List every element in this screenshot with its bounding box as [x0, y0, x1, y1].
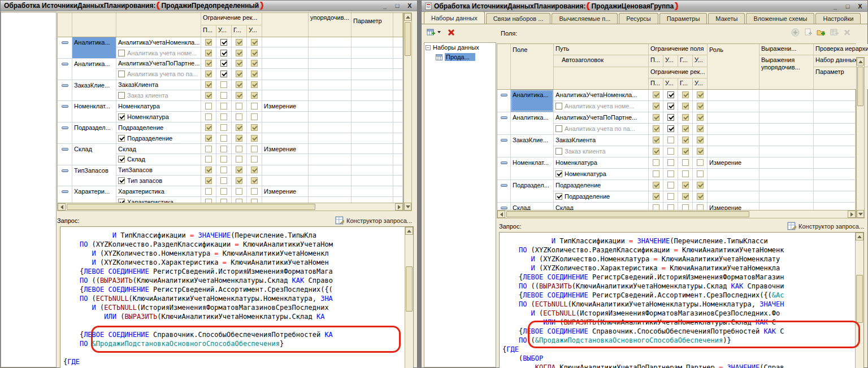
empty-cell[interactable]: [393, 69, 403, 79]
restriction-checkbox[interactable]: [251, 60, 258, 67]
field-main-row[interactable]: Подразделение: [116, 122, 403, 133]
restriction-checkbox[interactable]: [697, 91, 704, 98]
empty-cell[interactable]: [351, 186, 393, 196]
close-button[interactable]: X: [406, 2, 414, 9]
restriction-checkbox[interactable]: [205, 199, 212, 203]
col-restriction-group[interactable]: Ограничение рек...: [201, 13, 262, 25]
role-cell[interactable]: [708, 191, 760, 203]
field-group[interactable]: Аналитика...АналитикаУчетаПоПартне...Ана…: [497, 112, 856, 135]
restriction-checkbox[interactable]: [236, 199, 242, 203]
restriction-checkbox[interactable]: [236, 146, 242, 152]
titlebar[interactable]: Обработка ИсточникиДанныхПланирования: П…: [1, 1, 417, 11]
empty-cell[interactable]: [351, 90, 393, 100]
restriction-checkbox[interactable]: [205, 135, 212, 142]
restriction-checkbox[interactable]: [236, 135, 242, 142]
fields-table[interactable]: Аналитика...АналитикаУчетаНоменкла...Ана…: [57, 37, 403, 203]
restriction-checkbox[interactable]: [653, 91, 659, 98]
restriction-checkbox[interactable]: [205, 50, 212, 56]
field-group[interactable]: ЗаказКлие...ЗаказКлиентаЗаказ клиента: [58, 80, 403, 102]
field-main-row[interactable]: ХарактеристикаИзмерение: [116, 186, 403, 196]
restriction-checkbox[interactable]: [667, 148, 674, 155]
field-group[interactable]: СкладСкладИзмерениеСклад: [58, 144, 403, 165]
restriction-checkbox[interactable]: [667, 159, 674, 166]
field-name-cell[interactable]: ТипЗапасов: [72, 165, 116, 186]
empty-cell[interactable]: [814, 180, 856, 191]
maximize-button[interactable]: □: [844, 3, 852, 10]
restriction-checkbox[interactable]: [653, 148, 659, 155]
empty-cell[interactable]: [351, 101, 393, 111]
restriction-checkbox[interactable]: [220, 71, 227, 77]
restriction-checkbox[interactable]: [682, 103, 689, 109]
attribute-sub-row[interactable]: Подразделение: [554, 191, 856, 203]
datasets-tree-panel[interactable]: [1, 12, 57, 367]
restriction-checkbox[interactable]: [682, 91, 689, 98]
use-checkbox[interactable]: [118, 113, 125, 120]
col-autoheader[interactable]: Автозаголовок: [554, 55, 649, 67]
field-group[interactable]: Номенклат...НоменклатураИзмерениеНоменкл…: [58, 101, 403, 122]
empty-cell[interactable]: [393, 186, 403, 196]
restriction-checkbox[interactable]: [682, 125, 689, 132]
attribute-sub-row[interactable]: Аналитика учета номе...: [116, 47, 403, 58]
role-cell[interactable]: [708, 135, 760, 146]
empty-cell[interactable]: [393, 122, 403, 132]
empty-cell[interactable]: [814, 101, 856, 112]
restriction-checkbox[interactable]: [251, 146, 258, 152]
titlebar[interactable]: Обработка ИсточникиДанныхПланирования: П…: [422, 1, 867, 12]
restriction-checkbox[interactable]: [697, 114, 704, 121]
tree-item-datasets-root[interactable]: − Наборы данных: [424, 43, 496, 52]
restriction-checkbox[interactable]: [653, 103, 659, 109]
empty-cell[interactable]: [760, 124, 814, 135]
add-dataset-button[interactable]: [426, 28, 435, 37]
empty-cell[interactable]: [309, 112, 351, 122]
vscroll-thumb[interactable]: [406, 266, 413, 312]
empty-cell[interactable]: [309, 47, 351, 58]
scroll-down-icon[interactable]: [404, 203, 411, 211]
empty-cell[interactable]: [760, 191, 814, 203]
empty-cell[interactable]: [351, 122, 393, 132]
use-checkbox[interactable]: [555, 148, 562, 155]
delete-field-icon[interactable]: [843, 28, 852, 37]
col-field[interactable]: Поле: [511, 44, 554, 89]
role-cell[interactable]: [262, 80, 309, 90]
role-cell[interactable]: [262, 133, 309, 143]
role-cell[interactable]: [708, 124, 760, 135]
empty-cell[interactable]: [351, 80, 393, 90]
empty-cell[interactable]: [309, 101, 351, 111]
tab-5[interactable]: Макеты: [708, 13, 745, 24]
empty-cell[interactable]: [309, 90, 351, 100]
col-field-restriction[interactable]: Ограничение поля: [649, 44, 708, 55]
field-name-cell[interactable]: Подраздел...: [511, 180, 554, 202]
role-cell[interactable]: [708, 112, 760, 123]
restriction-checkbox[interactable]: [697, 159, 704, 166]
empty-cell[interactable]: [309, 186, 351, 196]
attribute-sub-row[interactable]: Подразделение: [116, 133, 403, 143]
use-checkbox[interactable]: [555, 170, 562, 177]
field-main-row[interactable]: НоменклатураИзмерение: [116, 101, 403, 111]
row-grip-icon[interactable]: [62, 41, 68, 44]
scroll-up-icon[interactable]: [856, 233, 863, 240]
restriction-checkbox[interactable]: [251, 124, 258, 131]
scroll-up-icon[interactable]: [857, 58, 864, 65]
restriction-checkbox[interactable]: [220, 113, 227, 120]
empty-cell[interactable]: [309, 176, 351, 186]
restriction-checkbox[interactable]: [697, 137, 704, 143]
role-cell[interactable]: [708, 146, 760, 157]
empty-cell[interactable]: [351, 47, 393, 58]
fields-table[interactable]: Аналитика...АналитикаУчетаНоменкла...Ана…: [497, 90, 856, 210]
col-p[interactable]: П...: [649, 55, 663, 67]
field-group[interactable]: ТипЗапасовТипЗапасовТип запасов: [58, 165, 403, 187]
empty-cell[interactable]: [814, 124, 856, 135]
attribute-sub-row[interactable]: Характеристика: [116, 197, 403, 203]
copy-add-icon[interactable]: [804, 28, 813, 37]
row-grip-icon[interactable]: [62, 190, 68, 193]
field-name-cell[interactable]: ЗаказКлие...: [72, 80, 116, 101]
role-cell[interactable]: [708, 101, 760, 112]
field-main-row[interactable]: СкладИзмерение: [116, 144, 403, 154]
add-dataset-dropdown-icon[interactable]: [437, 31, 441, 35]
restriction-checkbox[interactable]: [682, 170, 689, 177]
tab-datasets[interactable]: Наборы данных: [424, 11, 485, 24]
restriction-checkbox[interactable]: [682, 114, 689, 121]
add-icon[interactable]: [791, 28, 800, 37]
restriction-checkbox[interactable]: [697, 103, 704, 109]
use-checkbox[interactable]: [118, 92, 125, 99]
